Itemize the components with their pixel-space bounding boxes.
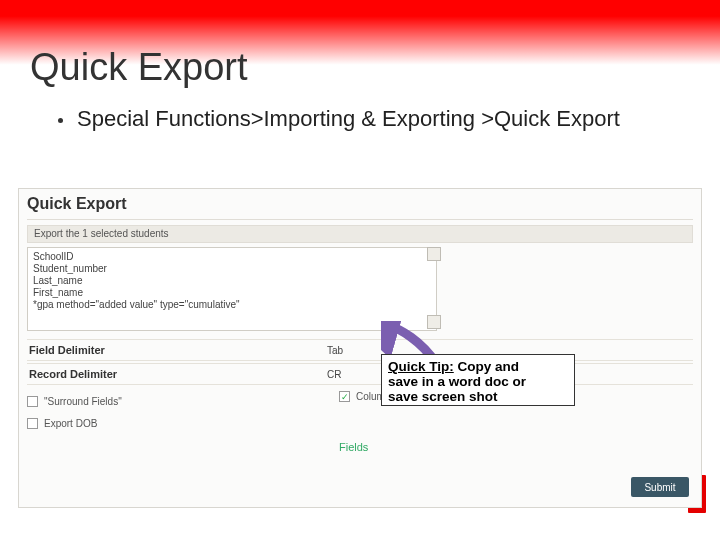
screenshot-panel: Quick Export Export the 1 selected stude… — [18, 188, 702, 508]
tip-title: Quick Tip: — [388, 359, 454, 374]
bullet-dot-icon — [58, 118, 63, 123]
field-delimiter-row: Field Delimiter Tab — [27, 339, 693, 361]
record-delimiter-value[interactable]: CR — [327, 369, 377, 380]
checkbox-icon[interactable]: ✓ — [339, 391, 350, 402]
checkbox-icon[interactable] — [27, 396, 38, 407]
panel-heading: Quick Export — [27, 195, 127, 213]
export-dob-option[interactable]: Export DOB — [27, 413, 97, 433]
fields-link[interactable]: Fields — [339, 441, 368, 453]
export-dob-label: Export DOB — [44, 418, 97, 429]
slide-title: Quick Export — [30, 46, 248, 89]
field-line: SchoolID — [33, 251, 431, 263]
record-delimiter-row: Record Delimiter CR — [27, 363, 693, 385]
quick-tip-callout: Quick Tip: Copy and save in a word doc o… — [381, 354, 575, 406]
tip-text: Copy and — [454, 359, 519, 374]
breadcrumb-bullet: Special Functions>Importing & Exporting … — [58, 106, 620, 132]
surround-fields-option[interactable]: "Surround Fields" — [27, 391, 122, 411]
checkbox-icon[interactable] — [27, 418, 38, 429]
submit-button[interactable]: Submit — [631, 477, 689, 497]
tip-text: save in a word doc or — [388, 374, 526, 389]
selection-banner: Export the 1 selected students — [27, 225, 693, 243]
breadcrumb-text: Special Functions>Importing & Exporting … — [77, 106, 620, 132]
slide: Quick Export Special Functions>Importing… — [0, 0, 720, 540]
divider — [27, 219, 693, 220]
field-line: *gpa method="added value" type="cumulati… — [33, 299, 431, 311]
surround-fields-label: "Surround Fields" — [44, 396, 122, 407]
scroll-up-icon[interactable] — [427, 247, 441, 261]
tip-text: save screen shot — [388, 389, 498, 404]
fields-textarea[interactable]: SchoolID Student_number Last_name First_… — [27, 247, 437, 331]
field-delimiter-label: Field Delimiter — [27, 344, 327, 356]
record-delimiter-label: Record Delimiter — [27, 368, 327, 380]
scroll-down-icon[interactable] — [427, 315, 441, 329]
field-line: Last_name — [33, 275, 431, 287]
field-line: First_name — [33, 287, 431, 299]
field-delimiter-value[interactable]: Tab — [327, 345, 377, 356]
field-line: Student_number — [33, 263, 431, 275]
